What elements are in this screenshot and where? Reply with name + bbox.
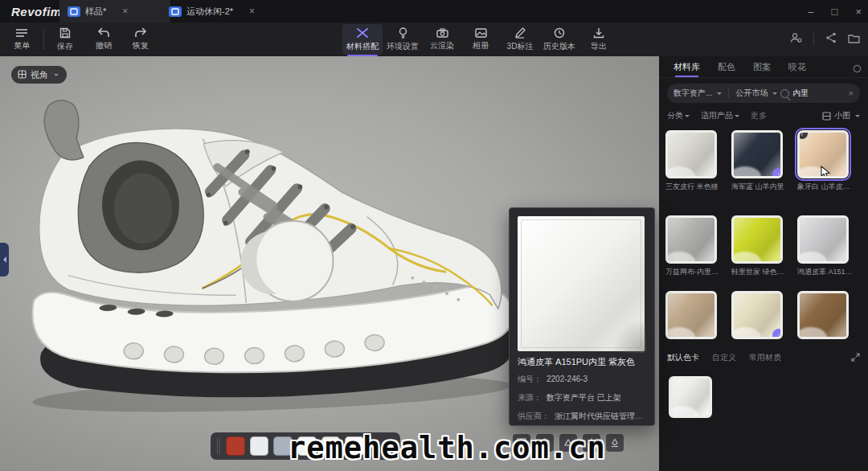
thumbnail-size-dropdown[interactable]: 小图 xyxy=(822,110,860,121)
cloud-render-label: 云渲染 xyxy=(430,40,454,51)
material-detail-title: 鸿通皮革 A151PU内里 紫灰色 xyxy=(518,356,635,368)
main-toolbar: 菜单 保存 撤销 恢复 材料搭配 xyxy=(0,23,868,57)
paint-tool-button[interactable] xyxy=(606,434,624,452)
export-icon xyxy=(593,27,604,39)
material-card[interactable]: ↓ xyxy=(731,291,788,339)
export-button[interactable]: 导出 xyxy=(580,24,617,55)
market-dropdown[interactable]: 公开市场 xyxy=(735,88,768,99)
material-card[interactable] xyxy=(797,291,854,339)
more-filters-button[interactable]: 更多 xyxy=(751,110,767,121)
app-logo: Revofim xyxy=(11,5,62,18)
material-card[interactable]: ↓ 海军蓝 山羊内里 xyxy=(731,130,788,192)
history-label: 历史版本 xyxy=(543,41,575,52)
sneaker-3d-model[interactable] xyxy=(3,59,530,441)
save-button[interactable]: 保存 xyxy=(47,24,84,55)
panel-tabs: 材料库 配色 图案 咬花 xyxy=(659,56,868,78)
expand-icon[interactable] xyxy=(851,353,860,363)
material-thumbnail[interactable] xyxy=(665,291,717,339)
search-input[interactable]: 内里 xyxy=(792,88,809,99)
material-search-bar[interactable]: 数字资产... 公开市场 内里 × xyxy=(667,84,860,103)
tab-sport-casual-label: 运动休闲-2* xyxy=(186,6,233,18)
swatch-red[interactable] xyxy=(226,436,245,456)
title-bar: Revofim 样品* × 运动休闲-2* × – □ × xyxy=(0,0,868,23)
material-card[interactable]: 万益网布-内里网… xyxy=(665,215,722,277)
left-panel-collapse-handle[interactable] xyxy=(0,243,9,276)
photo-icon xyxy=(475,28,487,38)
close-icon[interactable]: × xyxy=(855,6,862,18)
material-thumbnail[interactable] xyxy=(665,215,717,264)
tab-default-colorcard[interactable]: 默认色卡 xyxy=(667,352,699,363)
environment-button[interactable]: 环境设置 xyxy=(384,24,421,55)
material-thumbnail[interactable] xyxy=(797,215,849,264)
tab-color-scheme[interactable]: 配色 xyxy=(718,58,735,76)
maximize-icon[interactable]: □ xyxy=(832,6,838,18)
tab-sample[interactable]: 样品* × xyxy=(59,0,170,23)
detail-label: 编号： xyxy=(518,375,542,383)
info-badge-icon[interactable]: i xyxy=(797,130,808,139)
material-card[interactable]: 鞋里世家 绿色内里… xyxy=(731,215,788,277)
tab-pattern[interactable]: 图案 xyxy=(753,58,771,76)
drag-grip-icon[interactable] xyxy=(217,438,221,454)
material-card[interactable]: 鸿通皮革 A151PU… xyxy=(797,215,854,277)
annotate-3d-button[interactable]: 3D标注 xyxy=(502,24,538,55)
material-preview-image xyxy=(518,216,645,351)
undo-button[interactable]: 撤销 xyxy=(85,24,122,55)
document-type-icon xyxy=(169,6,182,17)
tab-sport-casual[interactable]: 运动休闲-2* × xyxy=(161,0,278,23)
material-thumbnail[interactable] xyxy=(665,130,717,178)
tab-material-library[interactable]: 材料库 xyxy=(674,58,700,76)
detail-value: 浙江翼时代供应链管理有限… xyxy=(555,412,648,420)
product-filter[interactable]: 适用产品 xyxy=(701,110,739,121)
history-button[interactable]: 历史版本 xyxy=(541,24,578,55)
history-clock-icon xyxy=(554,27,565,39)
material-match-label: 材料搭配 xyxy=(346,41,379,52)
tab-texture[interactable]: 咬花 xyxy=(788,58,806,76)
environment-label: 环境设置 xyxy=(387,41,419,52)
material-thumbnail[interactable] xyxy=(797,291,849,339)
save-label: 保存 xyxy=(57,41,73,52)
detail-value: 数字资产平台 已上架 xyxy=(547,393,621,402)
material-thumbnail[interactable] xyxy=(731,215,783,264)
colorcard-swatch[interactable] xyxy=(669,376,712,418)
album-label: 相册 xyxy=(473,40,489,51)
material-thumbnail[interactable]: ↓ xyxy=(731,130,783,178)
material-card-selected[interactable]: i 象牙白 山羊皮内里 xyxy=(797,130,854,192)
window-controls: – □ × xyxy=(808,0,862,23)
undo-icon xyxy=(97,27,110,38)
asset-source-dropdown[interactable]: 数字资产... xyxy=(674,88,712,99)
tab-extra-colorcard[interactable]: 常用材质 xyxy=(749,352,781,363)
download-badge-icon[interactable]: ↓ xyxy=(772,329,783,339)
swatch-white[interactable] xyxy=(250,436,269,456)
material-thumbnail[interactable]: ↓ xyxy=(731,291,783,339)
tab-sport-casual-close-icon[interactable]: × xyxy=(249,6,255,17)
share-icon[interactable] xyxy=(825,32,837,47)
colorcard-tabs: 默认色卡 自定义 常用材质 xyxy=(667,352,860,363)
panel-more-icon[interactable] xyxy=(853,62,862,76)
redo-icon xyxy=(134,27,147,38)
album-button[interactable]: 相册 xyxy=(462,24,499,55)
tab-sample-close-icon[interactable]: × xyxy=(122,6,128,17)
minimize-icon[interactable]: – xyxy=(808,6,813,18)
menu-button[interactable]: 菜单 xyxy=(3,24,40,55)
view-angle-button[interactable]: 视角 xyxy=(11,66,67,84)
redo-button[interactable]: 恢复 xyxy=(122,24,159,55)
chevron-down-icon xyxy=(772,92,777,97)
material-thumbnail[interactable]: i xyxy=(797,130,849,178)
collaborate-icon[interactable] xyxy=(790,32,802,47)
filter-row: 分类 适用产品 更多 小图 xyxy=(667,109,860,122)
material-detail-popup: 鸿通皮革 A151PU内里 紫灰色 编号：2202-246-3 来源：数字资产平… xyxy=(509,207,655,426)
folder-icon[interactable] xyxy=(848,32,860,47)
material-card[interactable]: 三友皮行 米色猪 xyxy=(665,130,722,192)
search-clear-icon[interactable]: × xyxy=(849,88,854,98)
download-badge-icon[interactable]: ↓ xyxy=(772,168,783,178)
menu-icon xyxy=(15,28,28,38)
tab-custom-colorcard[interactable]: 自定义 xyxy=(712,352,736,363)
category-filter[interactable]: 分类 xyxy=(667,110,690,121)
chevron-down-icon xyxy=(855,115,860,120)
material-thumbnail[interactable] xyxy=(669,376,712,418)
cloud-render-button[interactable]: 云渲染 xyxy=(424,24,461,55)
pen-icon xyxy=(514,27,526,39)
material-match-button[interactable]: 材料搭配 xyxy=(342,24,383,55)
material-library-panel: 材料库 配色 图案 咬花 数字资产... 公开市场 内里 × 分类 适用产品 更… xyxy=(659,56,868,471)
material-card[interactable] xyxy=(665,291,722,339)
